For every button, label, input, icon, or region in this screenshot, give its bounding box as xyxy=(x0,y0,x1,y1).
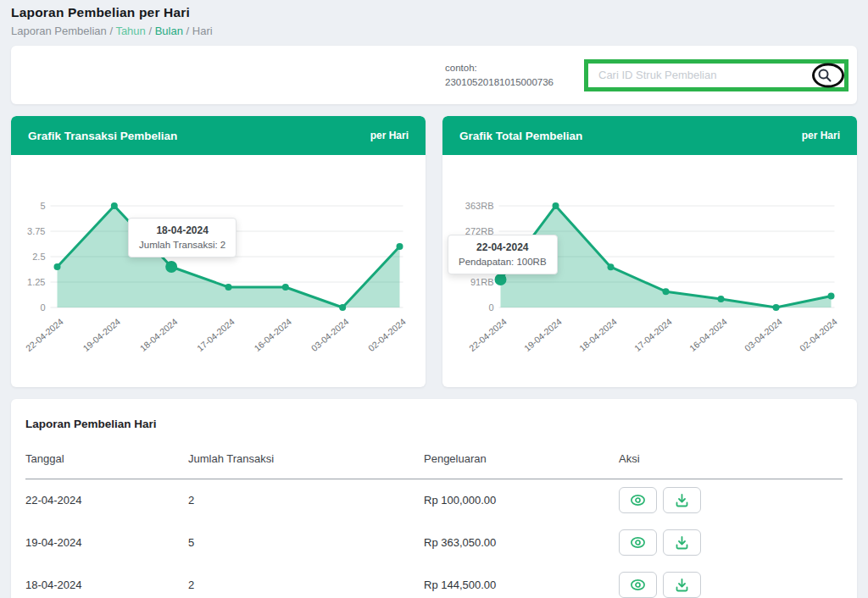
column-header-tanggal: Tanggal xyxy=(25,447,188,479)
svg-text:0: 0 xyxy=(488,302,493,313)
chart-title: Grafik Transaksi Pembelian xyxy=(28,130,177,142)
cell-tanggal: 19-04-2024 xyxy=(25,522,188,564)
breadcrumb-separator: / xyxy=(109,25,113,37)
eye-icon xyxy=(630,579,646,591)
search-example-label: contoh: xyxy=(445,61,554,75)
svg-text:16-04-2024: 16-04-2024 xyxy=(687,316,729,353)
breadcrumb-tahun-link[interactable]: Tahun xyxy=(115,25,145,37)
eye-icon xyxy=(630,536,646,549)
cell-aksi xyxy=(619,479,843,522)
breadcrumb-separator: / xyxy=(186,25,190,37)
cell-tanggal: 18-04-2024 xyxy=(25,564,188,598)
cell-aksi xyxy=(619,522,843,564)
breadcrumb: Laporan Pembelian / Tahun / Bulan / Hari xyxy=(11,25,857,37)
svg-text:18-04-2024: 18-04-2024 xyxy=(577,316,619,353)
chart-tooltip: 18-04-2024 Jumlah Transaksi: 2 xyxy=(128,218,236,257)
cell-jumlah-transaksi: 2 xyxy=(188,564,424,598)
cell-jumlah-transaksi: 2 xyxy=(188,479,424,522)
view-button[interactable] xyxy=(619,487,657,513)
table-row: 18-04-20242Rp 144,500.00 xyxy=(25,564,843,598)
search-button[interactable] xyxy=(809,64,841,87)
table-row: 22-04-20242Rp 100,000.00 xyxy=(25,479,843,522)
cell-pengeluaran: Rp 100,000.00 xyxy=(424,479,619,522)
svg-text:1.25: 1.25 xyxy=(27,277,45,287)
svg-text:2.5: 2.5 xyxy=(32,252,45,262)
charts-row: Grafik Transaksi Pembelian per Hari 01.2… xyxy=(11,116,857,387)
svg-text:17-04-2024: 17-04-2024 xyxy=(195,316,236,353)
svg-text:16-04-2024: 16-04-2024 xyxy=(252,316,293,353)
svg-text:19-04-2024: 19-04-2024 xyxy=(522,316,564,353)
svg-text:18-04-2024: 18-04-2024 xyxy=(138,316,180,353)
svg-text:22-04-2024: 22-04-2024 xyxy=(467,316,509,353)
chart-period-badge: per Hari xyxy=(370,130,409,141)
search-example: contoh: 23010520181015000736 xyxy=(445,61,554,88)
page: Laporan Pembelian per Hari Laporan Pembe… xyxy=(0,0,868,598)
column-header-pengeluaran: Pengeluaran xyxy=(424,447,619,479)
download-icon xyxy=(675,493,689,507)
breadcrumb-separator: / xyxy=(148,25,152,37)
svg-text:22-04-2024: 22-04-2024 xyxy=(24,316,65,353)
table-header-row: Tanggal Jumlah Transaksi Pengeluaran Aks… xyxy=(25,447,843,479)
chart-body: 091RB181RB272RB363RB22-04-202419-04-2024… xyxy=(442,155,857,387)
svg-text:03-04-2024: 03-04-2024 xyxy=(743,316,784,353)
search-card: contoh: 23010520181015000736 xyxy=(11,46,857,104)
download-button[interactable] xyxy=(663,529,701,556)
chart-tooltip: 22-04-2024 Pendapatan: 100RB xyxy=(448,235,558,274)
chart-period-badge: per Hari xyxy=(802,130,840,141)
tooltip-date: 18-04-2024 xyxy=(139,224,225,236)
chart-title: Grafik Total Pembelian xyxy=(459,130,582,142)
transaksi-area-chart: 01.252.53.75522-04-202419-04-202418-04-2… xyxy=(11,155,426,382)
report-table: Tanggal Jumlah Transaksi Pengeluaran Aks… xyxy=(25,447,843,598)
svg-text:91RB: 91RB xyxy=(470,277,494,287)
chart-header-transaksi: Grafik Transaksi Pembelian per Hari xyxy=(11,116,426,155)
search-highlight-annotation xyxy=(584,59,849,91)
search-input[interactable] xyxy=(588,64,844,87)
cell-pengeluaran: Rp 363,050.00 xyxy=(424,522,619,564)
chart-body: 01.252.53.75522-04-202419-04-202418-04-2… xyxy=(11,155,426,387)
svg-text:5: 5 xyxy=(40,201,45,211)
column-header-aksi: Aksi xyxy=(619,447,843,479)
download-icon xyxy=(675,578,689,592)
table-row: 19-04-20245Rp 363,050.00 xyxy=(25,522,843,564)
svg-text:03-04-2024: 03-04-2024 xyxy=(309,316,351,353)
tooltip-date: 22-04-2024 xyxy=(459,241,547,253)
svg-text:0: 0 xyxy=(40,302,45,313)
column-header-jumlah-transaksi: Jumlah Transaksi xyxy=(188,447,424,479)
cell-jumlah-transaksi: 5 xyxy=(188,522,424,564)
download-button[interactable] xyxy=(663,572,701,598)
search-example-value: 23010520181015000736 xyxy=(445,75,554,89)
breadcrumb-hari: Hari xyxy=(192,25,213,37)
download-icon xyxy=(675,535,689,550)
magnifier-icon xyxy=(817,68,832,83)
eye-icon xyxy=(630,494,646,507)
chart-header-total: Grafik Total Pembelian per Hari xyxy=(442,116,857,155)
chart-card-transaksi: Grafik Transaksi Pembelian per Hari 01.2… xyxy=(11,116,426,387)
view-button[interactable] xyxy=(619,572,657,598)
cell-tanggal: 22-04-2024 xyxy=(25,479,188,522)
download-button[interactable] xyxy=(663,487,701,513)
table-title: Laporan Pembelian Hari xyxy=(11,418,857,430)
page-title: Laporan Pembelian per Hari xyxy=(11,5,857,20)
chart-card-total: Grafik Total Pembelian per Hari 091RB181… xyxy=(442,116,857,387)
view-button[interactable] xyxy=(619,529,657,556)
svg-text:17-04-2024: 17-04-2024 xyxy=(632,316,674,353)
tooltip-value: Pendapatan: 100RB xyxy=(459,257,547,267)
svg-text:3.75: 3.75 xyxy=(27,226,45,236)
svg-text:02-04-2024: 02-04-2024 xyxy=(366,316,408,353)
tooltip-value: Jumlah Transaksi: 2 xyxy=(139,240,225,250)
page-header: Laporan Pembelian per Hari Laporan Pembe… xyxy=(11,5,857,37)
svg-text:363RB: 363RB xyxy=(465,201,494,211)
cell-aksi xyxy=(619,564,843,598)
breadcrumb-root: Laporan Pembelian xyxy=(11,25,107,37)
cell-pengeluaran: Rp 144,500.00 xyxy=(424,564,619,598)
report-table-card: Laporan Pembelian Hari Tanggal Jumlah Tr… xyxy=(11,399,857,598)
svg-text:02-04-2024: 02-04-2024 xyxy=(798,316,839,353)
svg-text:19-04-2024: 19-04-2024 xyxy=(81,316,122,353)
breadcrumb-bulan-link[interactable]: Bulan xyxy=(155,25,183,37)
